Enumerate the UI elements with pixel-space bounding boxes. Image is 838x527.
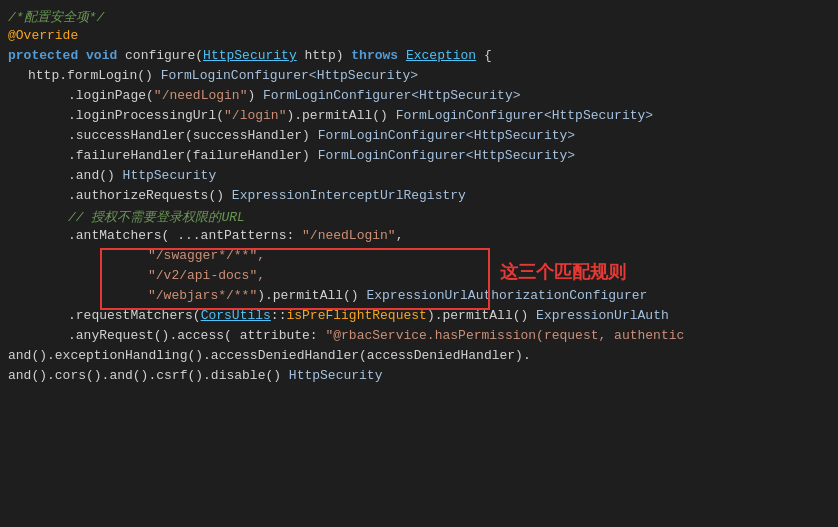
line-19: and().cors().and().csrf().disable() Http… [0, 368, 838, 388]
code-token: HttpSecurity [203, 48, 297, 63]
line-5: .loginPage("/needLogin") FormLoginConfig… [0, 88, 838, 108]
line-13: "/swagger*/**", [0, 248, 838, 268]
code-token: protected [8, 48, 78, 63]
code-token: http) [297, 48, 352, 63]
highlighted-region: 这三个匹配规则 "/swagger*/**", "/v2/api-docs", … [0, 248, 838, 308]
code-token: "/v2/api-docs", [148, 268, 265, 283]
line-2: @Override [0, 28, 838, 48]
line-1: /*配置安全项*/ [0, 8, 838, 28]
code-token: and().exceptionHandling().accessDeniedHa… [8, 348, 531, 363]
annotation-label: 这三个匹配规则 [500, 260, 626, 284]
code-token: .loginProcessingUrl("/login").permitAll(… [68, 108, 653, 123]
code-token: { [476, 48, 492, 63]
line-10: .authorizeRequests() ExpressionIntercept… [0, 188, 838, 208]
code-token: http.formLogin() FormLoginConfigurer<Htt… [28, 68, 418, 83]
line-17: .anyRequest().access( attribute: "@rbacS… [0, 328, 838, 348]
code-token: void [86, 48, 117, 63]
code-token: .and() HttpSecurity [68, 168, 216, 183]
code-token: .antMatchers( ...antPatterns: "/needLogi… [68, 228, 403, 243]
code-token: and().cors().and().csrf().disable() Http… [8, 368, 382, 383]
code-token [398, 48, 406, 63]
code-container: /*配置安全项*/ @Override protected void confi… [0, 0, 838, 527]
code-token: "/webjars*/**" [148, 288, 257, 303]
code-token: @Override [8, 28, 78, 43]
code-token: .loginPage("/needLogin") FormLoginConfig… [68, 88, 521, 103]
line-4: http.formLogin() FormLoginConfigurer<Htt… [0, 68, 838, 88]
line-16: .requestMatchers(CorsUtils::isPreFlightR… [0, 308, 838, 328]
code-token: Exception [406, 48, 476, 63]
line-12: .antMatchers( ...antPatterns: "/needLogi… [0, 228, 838, 248]
line-7: .successHandler(successHandler) FormLogi… [0, 128, 838, 148]
line-9: .and() HttpSecurity [0, 168, 838, 188]
code-token: .anyRequest().access( attribute: "@rbacS… [68, 328, 684, 343]
code-token [78, 48, 86, 63]
code-token: .authorizeRequests() ExpressionIntercept… [68, 188, 466, 203]
code-token: .successHandler(successHandler) FormLogi… [68, 128, 575, 143]
code-token: // 授权不需要登录权限的URL [68, 208, 245, 226]
code-token: ).permitAll() ExpressionUrlAuthorization… [257, 288, 647, 303]
line-15: "/webjars*/**").permitAll() ExpressionUr… [0, 288, 838, 308]
line-14: "/v2/api-docs", [0, 268, 838, 288]
code-token: /*配置安全项*/ [8, 8, 104, 26]
code-token: throws [351, 48, 398, 63]
line-11: // 授权不需要登录权限的URL [0, 208, 838, 228]
code-token: configure( [117, 48, 203, 63]
line-8: .failureHandler(failureHandler) FormLogi… [0, 148, 838, 168]
line-6: .loginProcessingUrl("/login").permitAll(… [0, 108, 838, 128]
line-3: protected void configure( HttpSecurity h… [0, 48, 838, 68]
code-token: .failureHandler(failureHandler) FormLogi… [68, 148, 575, 163]
code-token: .requestMatchers(CorsUtils::isPreFlightR… [68, 308, 669, 323]
line-18: and().exceptionHandling().accessDeniedHa… [0, 348, 838, 368]
code-token: "/swagger*/**", [148, 248, 265, 263]
